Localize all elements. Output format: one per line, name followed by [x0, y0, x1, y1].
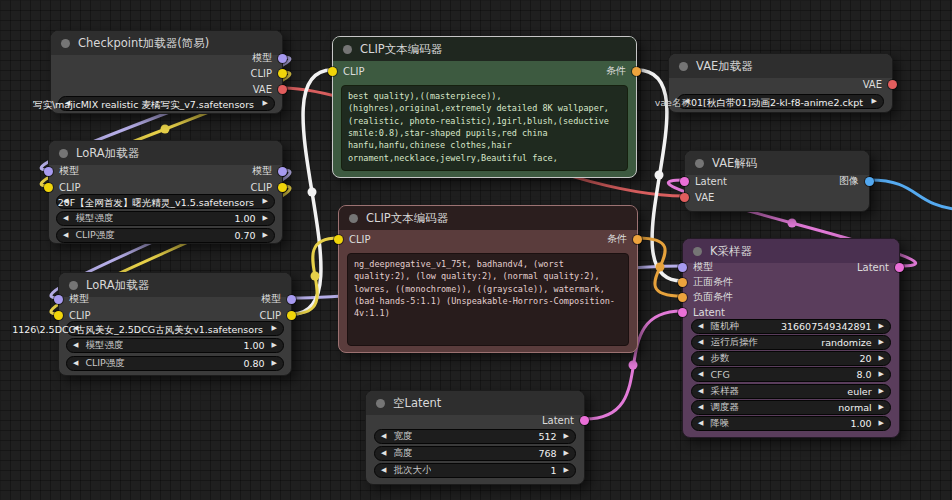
collapse-dot-icon[interactable]: [343, 45, 352, 54]
decrement-arrow-icon[interactable]: [381, 467, 386, 474]
clip-slot-icon[interactable]: [328, 67, 337, 76]
input-slot-negative[interactable]: 负面条件: [678, 290, 733, 304]
increment-arrow-icon[interactable]: [564, 433, 569, 440]
denoise-widget[interactable]: 降噪 1.00: [691, 416, 891, 431]
collapse-dot-icon[interactable]: [376, 399, 385, 408]
output-slot-conditioning[interactable]: 条件: [607, 232, 642, 246]
next-arrow-icon[interactable]: [263, 100, 268, 107]
output-slot-image[interactable]: 图像: [839, 174, 874, 188]
decrement-arrow-icon[interactable]: [63, 215, 68, 222]
increment-arrow-icon[interactable]: [272, 342, 277, 349]
positive-prompt-textarea[interactable]: best quality),((masterpiece)),(highres),…: [341, 85, 628, 171]
next-arrow-icon[interactable]: [879, 339, 884, 346]
steps-widget[interactable]: 步数 20: [691, 351, 891, 366]
increment-arrow-icon[interactable]: [564, 467, 569, 474]
vae-slot-icon[interactable]: [680, 193, 689, 202]
seed-widget[interactable]: 随机种 316607549342891: [691, 319, 891, 334]
decrement-arrow-icon[interactable]: [63, 232, 68, 239]
output-slot-model[interactable]: 模型: [252, 51, 287, 65]
increment-arrow-icon[interactable]: [564, 450, 569, 457]
collapse-dot-icon[interactable]: [69, 281, 78, 290]
output-slot-model[interactable]: 模型: [261, 292, 296, 306]
model-slot-icon[interactable]: [44, 167, 53, 176]
latent-slot-icon[interactable]: [580, 416, 589, 425]
conditioning-slot-icon[interactable]: [632, 67, 641, 76]
model-slot-icon[interactable]: [287, 295, 296, 304]
node-lora-loader-1[interactable]: LoRA加载器 模型 CLIP 模型 CLIP 20F【全网首发】曙光精灵_v1…: [48, 140, 283, 244]
node-graph-canvas[interactable]: Checkpoint加载器(简易) 模型 CLIP VAE 写实\majicMI…: [0, 0, 952, 500]
decrement-arrow-icon[interactable]: [698, 355, 703, 362]
node-lora-loader-2[interactable]: LoRA加载器 模型 CLIP 模型 CLIP 1126\2.5DCG古风美女_…: [58, 272, 292, 376]
output-slot-clip[interactable]: CLIP: [250, 180, 287, 194]
decrement-arrow-icon[interactable]: [381, 433, 386, 440]
next-arrow-icon[interactable]: [879, 404, 884, 411]
input-slot-model[interactable]: 模型: [54, 292, 89, 306]
ckpt-name-widget[interactable]: 写实\majicMIX realistic 麦橘写实_v7.safetensor…: [58, 96, 275, 111]
vae-slot-icon[interactable]: [888, 80, 897, 89]
input-slot-model[interactable]: 模型: [678, 260, 713, 274]
latent-slot-icon[interactable]: [680, 177, 689, 186]
strength-model-widget[interactable]: 模型强度 1.00: [66, 338, 284, 353]
batch-size-widget[interactable]: 批次大小 1: [374, 463, 576, 478]
node-clip-encode-negative[interactable]: CLIP文本编码器 CLIP 条件 ng_deepnegative_v1_75t…: [338, 205, 638, 353]
input-slot-vae[interactable]: VAE: [680, 190, 714, 204]
output-slot-vae[interactable]: VAE: [253, 82, 287, 96]
input-slot-clip[interactable]: CLIP: [54, 308, 91, 322]
increment-arrow-icon[interactable]: [879, 355, 884, 362]
cfg-widget[interactable]: CFG 8.0: [691, 367, 891, 382]
decrement-arrow-icon[interactable]: [73, 360, 78, 367]
collapse-dot-icon[interactable]: [349, 214, 358, 223]
collapse-dot-icon[interactable]: [61, 39, 70, 48]
strength-model-widget[interactable]: 模型强度 1.00: [56, 211, 275, 226]
input-slot-clip[interactable]: CLIP: [334, 232, 371, 246]
conditioning-slot-icon[interactable]: [678, 278, 687, 287]
output-slot-latent[interactable]: Latent: [542, 413, 589, 427]
collapse-dot-icon[interactable]: [59, 149, 68, 158]
strength-clip-widget[interactable]: CLIP强度 0.70: [56, 228, 275, 243]
model-slot-icon[interactable]: [278, 167, 287, 176]
vae-name-widget[interactable]: vae名称01[秋白带01]动画2-kl-f8-anime2.ckpt: [677, 94, 884, 109]
increment-arrow-icon[interactable]: [879, 371, 884, 378]
height-widget[interactable]: 高度 768: [374, 446, 576, 461]
clip-slot-icon[interactable]: [44, 183, 53, 192]
strength-clip-widget[interactable]: CLIP强度 0.80: [66, 356, 284, 371]
width-widget[interactable]: 宽度 512: [374, 429, 576, 444]
node-ksampler[interactable]: K采样器 模型 正面条件 负面条件 Latent Latent 随机种 3166…: [682, 238, 900, 438]
input-slot-model[interactable]: 模型: [44, 164, 79, 178]
node-empty-latent[interactable]: 空Latent Latent 宽度 512 高度 768 批次大小 1: [365, 390, 585, 485]
input-slot-clip[interactable]: CLIP: [44, 180, 81, 194]
lora-name-widget[interactable]: 20F【全网首发】曙光精灵_v1.5.safetensors: [56, 194, 275, 209]
clip-slot-icon[interactable]: [278, 69, 287, 78]
output-slot-clip[interactable]: CLIP: [259, 308, 296, 322]
conditioning-slot-icon[interactable]: [678, 293, 687, 302]
collapse-dot-icon[interactable]: [679, 62, 688, 71]
prev-arrow-icon[interactable]: [698, 404, 703, 411]
negative-prompt-textarea[interactable]: ng_deepnegative_v1_75t, badhandv4, (wors…: [347, 253, 629, 346]
input-slot-clip[interactable]: CLIP: [328, 64, 365, 78]
clip-slot-icon[interactable]: [278, 183, 287, 192]
increment-arrow-icon[interactable]: [272, 360, 277, 367]
output-slot-model[interactable]: 模型: [252, 164, 287, 178]
latent-slot-icon[interactable]: [678, 308, 687, 317]
clip-slot-icon[interactable]: [334, 235, 343, 244]
clip-slot-icon[interactable]: [54, 311, 63, 320]
control-after-generate-widget[interactable]: 运行后操作 randomize: [691, 335, 891, 350]
prev-arrow-icon[interactable]: [698, 339, 703, 346]
next-arrow-icon[interactable]: [879, 388, 884, 395]
decrement-arrow-icon[interactable]: [698, 323, 703, 330]
lora-name-widget[interactable]: 1126\2.5DCG古风美女_2.5DCG古风美女v1.safetensors: [66, 321, 284, 336]
conditioning-slot-icon[interactable]: [633, 235, 642, 244]
output-slot-latent[interactable]: Latent: [857, 260, 904, 274]
latent-slot-icon[interactable]: [895, 263, 904, 272]
increment-arrow-icon[interactable]: [879, 420, 884, 427]
node-checkpoint-loader[interactable]: Checkpoint加载器(简易) 模型 CLIP VAE 写实\majicMI…: [50, 30, 283, 114]
output-slot-clip[interactable]: CLIP: [250, 66, 287, 80]
increment-arrow-icon[interactable]: [263, 215, 268, 222]
node-vae-loader[interactable]: VAE加载器 VAE vae名称01[秋白带01]动画2-kl-f8-anime…: [668, 53, 893, 113]
model-slot-icon[interactable]: [678, 263, 687, 272]
image-slot-icon[interactable]: [865, 177, 874, 186]
decrement-arrow-icon[interactable]: [381, 450, 386, 457]
increment-arrow-icon[interactable]: [263, 232, 268, 239]
node-vae-decode[interactable]: VAE解码 Latent VAE 图像: [684, 150, 870, 212]
next-arrow-icon[interactable]: [872, 98, 877, 105]
